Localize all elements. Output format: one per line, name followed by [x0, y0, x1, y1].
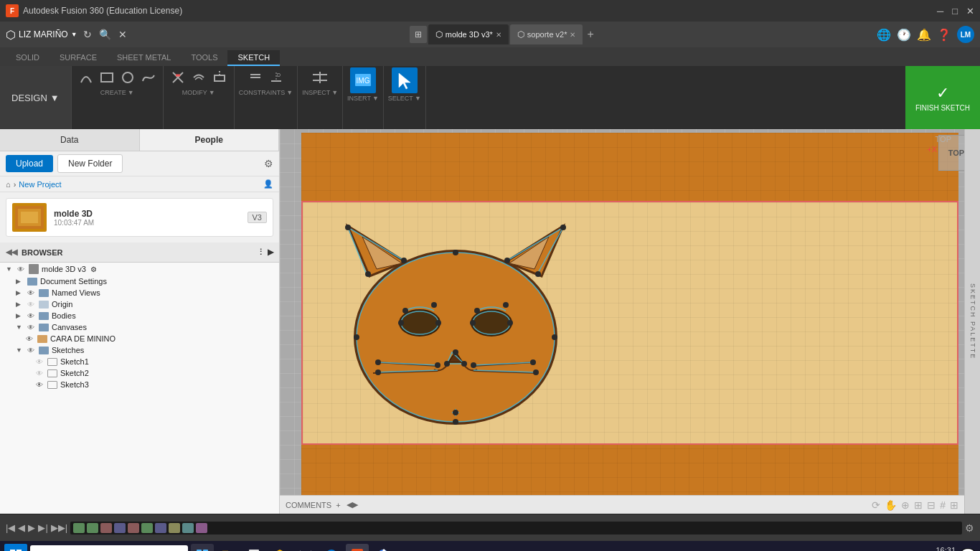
timeline-item-2[interactable]: [87, 523, 98, 533]
panel-settings-icon[interactable]: ⚙: [264, 158, 273, 169]
timeline-end-button[interactable]: ▶▶|: [51, 522, 67, 533]
globe-icon[interactable]: 🌐: [877, 28, 891, 42]
search-icon[interactable]: 🔍: [99, 29, 111, 40]
tab-soporte[interactable]: ⬡ soporte v2* ✕: [510, 24, 583, 44]
tab2-close[interactable]: ✕: [570, 31, 575, 39]
timeline-start-button[interactable]: |◀: [6, 522, 15, 533]
timeline-next-button[interactable]: ▶|: [38, 522, 47, 533]
spline-tool[interactable]: [138, 67, 159, 88]
timeline-settings-icon[interactable]: ⚙: [965, 522, 974, 534]
close-doc-icon[interactable]: ✕: [118, 29, 127, 40]
help-icon[interactable]: ❓: [937, 28, 951, 42]
tab-people[interactable]: People: [140, 129, 280, 151]
home-icon[interactable]: ⌂: [6, 180, 11, 189]
zoom-icon[interactable]: ⊕: [901, 499, 910, 511]
project-tool[interactable]: [209, 67, 230, 88]
tree-canvases[interactable]: ▼ Canvases: [0, 321, 279, 333]
version-badge[interactable]: V3: [248, 212, 267, 223]
timeline-item-10[interactable]: [196, 523, 207, 533]
timeline-item-8[interactable]: [169, 523, 180, 533]
timeline-item-6[interactable]: [141, 523, 153, 533]
timeline-item-7[interactable]: [155, 523, 166, 533]
tab1-close[interactable]: ✕: [496, 31, 501, 39]
browser-expand-icon[interactable]: ▶: [268, 248, 273, 257]
refresh-icon[interactable]: ↻: [83, 29, 92, 40]
bodies-arrow[interactable]: ▶: [16, 312, 26, 319]
cara-eye-icon[interactable]: [26, 335, 36, 343]
select-arrow[interactable]: ▼: [415, 95, 421, 102]
timeline-play-button[interactable]: ▶: [28, 522, 35, 533]
circle-tool[interactable]: [118, 67, 138, 88]
upload-button[interactable]: Upload: [6, 155, 53, 172]
insert-arrow[interactable]: ▼: [372, 95, 379, 102]
taskbar-security[interactable]: 🔒: [268, 544, 291, 551]
tree-cara-minino[interactable]: CARA DE MININO: [0, 333, 279, 344]
view-mode-icon[interactable]: ⊟: [927, 499, 936, 511]
tab-molde3d[interactable]: ⬡ molde 3D v3* ✕: [428, 24, 509, 44]
timeline-item-3[interactable]: [100, 523, 112, 533]
add-comment-icon[interactable]: +: [336, 501, 340, 509]
timeline-item-1[interactable]: [73, 523, 85, 533]
start-button[interactable]: [4, 544, 27, 551]
new-tab-icon[interactable]: +: [587, 28, 593, 41]
finish-sketch-button[interactable]: ✓ FINISH SKETCH: [905, 66, 980, 129]
tab-tools[interactable]: TOOLS: [181, 50, 227, 66]
constraint-tool[interactable]: [245, 67, 265, 88]
tree-sketch3[interactable]: Sketch3: [0, 379, 279, 390]
rect-tool[interactable]: [97, 67, 117, 88]
dimension-tool[interactable]: D: [266, 67, 286, 88]
sketch3-eye-icon[interactable]: [36, 381, 46, 389]
user-dropdown-icon[interactable]: ▼: [71, 31, 77, 38]
create-arrow[interactable]: ▼: [128, 89, 134, 96]
doc-settings-arrow[interactable]: ▶: [16, 278, 26, 285]
timeline-track[interactable]: [70, 522, 962, 534]
pan-icon[interactable]: ✋: [885, 499, 897, 511]
canvas-area[interactable]: TOP TOP SKETCH PALETTE +X COMMENTS + ◀▶ …: [280, 129, 980, 514]
taskbar-explorer[interactable]: [217, 544, 240, 551]
constraints-arrow[interactable]: ▼: [286, 89, 293, 96]
expand-comments-icon[interactable]: ◀▶: [347, 500, 358, 509]
grid-icon[interactable]: #: [940, 499, 946, 511]
tree-bodies[interactable]: ▶ Bodies: [0, 310, 279, 321]
file-item[interactable]: molde 3D 10:03:47 AM V3: [6, 198, 273, 237]
browser-collapse-icon[interactable]: ◀◀: [6, 248, 17, 257]
design-dropdown[interactable]: DESIGN ▼: [0, 66, 72, 129]
offset-tool[interactable]: [189, 67, 209, 88]
taskbar-edge[interactable]: [320, 544, 343, 551]
tree-sketch1[interactable]: Sketch1: [0, 356, 279, 367]
browser-menu-icon[interactable]: ⋮: [257, 248, 265, 257]
modify-arrow[interactable]: ▼: [209, 89, 215, 96]
taskbar-search[interactable]: 🔍 Escribe aquí para buscar: [30, 545, 188, 551]
avatar[interactable]: LM: [957, 26, 974, 43]
arc-tool[interactable]: [76, 67, 96, 88]
root-collapse-icon[interactable]: ▼: [6, 265, 16, 273]
inspect-arrow[interactable]: ▼: [331, 89, 338, 96]
inspect-tool[interactable]: [310, 67, 330, 88]
tree-sketches[interactable]: ▼ Sketches: [0, 344, 279, 356]
named-views-eye-icon[interactable]: [27, 289, 37, 297]
tab-solid[interactable]: SOLID: [6, 50, 50, 66]
canvases-arrow[interactable]: ▼: [16, 324, 26, 331]
tab-sheet-metal[interactable]: SHEET METAL: [107, 50, 181, 66]
named-views-arrow[interactable]: ▶: [16, 289, 26, 296]
notification-icon[interactable]: 💬: [960, 547, 976, 551]
origin-arrow[interactable]: ▶: [16, 301, 26, 308]
taskbar-fusion[interactable]: F: [346, 544, 369, 551]
tree-root[interactable]: ▼ molde 3D v3 ⚙: [0, 263, 279, 276]
sketches-arrow[interactable]: ▼: [16, 347, 26, 354]
taskbar-chrome[interactable]: [372, 544, 395, 551]
sketch-palette[interactable]: SKETCH PALETTE: [964, 129, 980, 514]
taskbar-mail[interactable]: [294, 544, 317, 551]
root-eye-icon[interactable]: [17, 265, 27, 273]
maximize-button[interactable]: □: [952, 6, 958, 17]
taskbar-task-view[interactable]: [191, 544, 214, 551]
app-grid-icon[interactable]: ⊞: [410, 26, 427, 43]
taskbar-files[interactable]: [242, 544, 265, 551]
clock-icon[interactable]: 🕐: [897, 28, 911, 42]
canvases-eye-icon[interactable]: [27, 324, 37, 331]
tree-doc-settings[interactable]: ▶ Document Settings: [0, 276, 279, 287]
tree-sketch2[interactable]: Sketch2: [0, 367, 279, 379]
timeline-item-5[interactable]: [128, 523, 139, 533]
bodies-eye-icon[interactable]: [27, 312, 37, 320]
project-link[interactable]: New Project: [19, 180, 61, 189]
